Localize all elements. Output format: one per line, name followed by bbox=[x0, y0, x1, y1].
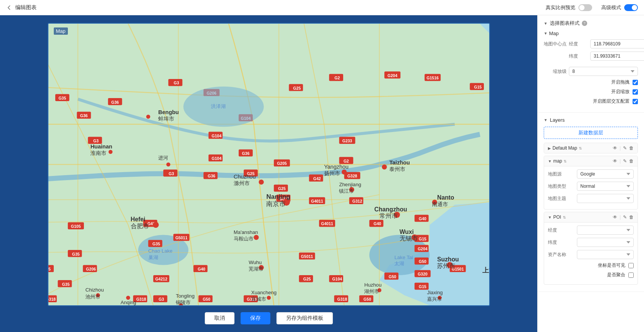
layers-section: ▼ Layers 新建数据层 ▶ Default Map ⇅ 👁 | ✎ bbox=[538, 113, 644, 292]
poi-delete-icon[interactable]: 🗑 bbox=[629, 214, 634, 220]
svg-text:G3: G3 bbox=[158, 297, 164, 301]
map-section-title: Map bbox=[549, 31, 559, 36]
latitude-input[interactable] bbox=[590, 52, 644, 61]
svg-text:G36: G36 bbox=[242, 151, 249, 156]
svg-text:南京市: 南京市 bbox=[266, 200, 286, 208]
svg-text:泰州市: 泰州市 bbox=[389, 166, 405, 172]
svg-text:G318: G318 bbox=[136, 297, 146, 301]
drag-row: 开启拖拽 bbox=[544, 79, 638, 85]
default-map-title-text: Default Map bbox=[552, 145, 577, 151]
svg-point-140 bbox=[153, 222, 159, 228]
advanced-mode-toggle[interactable] bbox=[624, 4, 638, 11]
default-map-edit-icon[interactable]: ✎ bbox=[623, 145, 627, 151]
map-source-label: 地图源 bbox=[548, 171, 575, 177]
map-source-row: 地图源 Google 百度 高德 bbox=[548, 169, 634, 179]
svg-point-134 bbox=[146, 115, 150, 119]
poi-name-select[interactable] bbox=[577, 250, 634, 259]
map-source-select[interactable]: Google 百度 高德 bbox=[577, 169, 634, 179]
svg-text:Huzhou: Huzhou bbox=[364, 282, 381, 288]
svg-text:G50: G50 bbox=[389, 274, 396, 279]
poi-latitude-select[interactable] bbox=[577, 238, 634, 247]
zoom-enable-checkbox[interactable] bbox=[633, 89, 638, 95]
chart-style-header[interactable]: ▼ 选择图表样式 ? bbox=[544, 20, 638, 27]
latitude-label: 纬度 bbox=[569, 53, 588, 60]
poi-eye-icon[interactable]: 👁 bbox=[613, 214, 617, 220]
save-button[interactable]: 保存 bbox=[241, 312, 270, 324]
default-map-actions: 👁 | ✎ 🗑 bbox=[613, 145, 634, 151]
svg-text:G15: G15 bbox=[474, 85, 482, 89]
drag-checkbox[interactable] bbox=[633, 80, 638, 85]
save-as-button[interactable]: 另存为组件模板 bbox=[276, 312, 333, 324]
svg-point-149 bbox=[342, 169, 347, 174]
map-collapse-arrow: ▼ bbox=[544, 31, 548, 35]
map-edit-icon[interactable]: ✎ bbox=[623, 158, 627, 164]
svg-text:滁州市: 滁州市 bbox=[233, 180, 249, 186]
svg-text:G50: G50 bbox=[363, 297, 371, 301]
map-delete-icon[interactable]: 🗑 bbox=[629, 158, 634, 164]
svg-text:G206: G206 bbox=[86, 267, 96, 271]
longitude-row: 经度 bbox=[569, 39, 644, 48]
svg-text:Ma'anshan: Ma'anshan bbox=[233, 229, 258, 235]
drag-label: 开启拖拽 bbox=[611, 79, 630, 85]
map-container[interactable]: G36 G35 G36 G36 G206 G104 G36 G25 bbox=[48, 24, 489, 305]
default-map-eye-icon[interactable]: 👁 bbox=[613, 145, 617, 151]
svg-text:G40: G40 bbox=[373, 221, 381, 226]
svg-text:Suzhou: Suzhou bbox=[437, 256, 459, 263]
zoom-select[interactable]: 8 9 10 11 12 bbox=[569, 67, 638, 76]
back-button[interactable] bbox=[6, 5, 12, 11]
svg-text:G35: G35 bbox=[62, 282, 69, 287]
poi-cluster-checkbox[interactable] bbox=[628, 272, 634, 278]
map-theme-row: 地图主题 bbox=[548, 194, 634, 203]
map-divider1: | bbox=[620, 158, 621, 164]
svg-text:G205: G205 bbox=[277, 161, 287, 166]
poi-title-text: POI bbox=[553, 214, 561, 220]
default-map-delete-icon[interactable]: 🗑 bbox=[629, 145, 634, 151]
svg-text:马鞍山市: 马鞍山市 bbox=[233, 236, 253, 242]
map-type-label: 地图类型 bbox=[548, 183, 575, 190]
map-type-select[interactable]: Normal Satellite Terrain bbox=[577, 182, 634, 191]
svg-text:Lake Tai: Lake Tai bbox=[394, 255, 413, 260]
svg-text:G312: G312 bbox=[352, 199, 362, 203]
svg-text:G320: G320 bbox=[418, 272, 427, 276]
layers-header[interactable]: ▼ Layers bbox=[544, 117, 638, 123]
canvas-area: Map bbox=[0, 15, 537, 332]
svg-text:Wuxi: Wuxi bbox=[399, 229, 413, 235]
map-theme-select[interactable] bbox=[577, 194, 634, 203]
top-bar-right: 真实比例预览 高级模式 bbox=[546, 4, 638, 11]
realist-preview-toggle[interactable] bbox=[578, 4, 592, 11]
map-layer-title: ▼ map ⇅ bbox=[548, 158, 567, 164]
zoom-label: 缩放级 bbox=[544, 68, 567, 75]
svg-text:Wuhu: Wuhu bbox=[249, 259, 262, 265]
layer-interaction-row: 开启图层交互配置 bbox=[544, 98, 638, 105]
poi-edit-icon[interactable]: ✎ bbox=[623, 214, 627, 220]
map-subsection: ▼ Map 地图中心点 经度 纬度 bbox=[544, 31, 638, 105]
poi-layer-header[interactable]: ▼ POI ⇅ 👁 | ✎ 🗑 bbox=[544, 212, 638, 222]
svg-text:宣城市: 宣城市 bbox=[251, 296, 266, 302]
poi-name-row: 资产名称 bbox=[548, 250, 634, 259]
svg-text:嘉兴市: 嘉兴市 bbox=[427, 296, 442, 302]
poi-layer-title: ▼ POI ⇅ bbox=[548, 214, 566, 220]
map-eye-icon[interactable]: 👁 bbox=[613, 158, 617, 164]
new-layer-button[interactable]: 新建数据层 bbox=[544, 127, 638, 139]
cancel-button[interactable]: 取消 bbox=[205, 312, 234, 324]
help-icon[interactable]: ? bbox=[582, 21, 587, 26]
poi-cluster-row: 是否聚合 bbox=[548, 272, 634, 278]
svg-text:G2: G2 bbox=[334, 76, 340, 80]
top-bar: 编辑图表 真实比例预览 高级模式 bbox=[0, 0, 644, 15]
map-layer-header[interactable]: ▼ map ⇅ 👁 | ✎ 🗑 bbox=[544, 156, 638, 166]
poi-longitude-label: 经度 bbox=[548, 227, 575, 234]
default-map-layer-header[interactable]: ▶ Default Map ⇅ 👁 | ✎ 🗑 bbox=[544, 143, 638, 153]
map-subsection-left[interactable]: ▼ Map bbox=[544, 31, 559, 36]
longitude-input[interactable] bbox=[590, 39, 644, 48]
svg-text:G318: G318 bbox=[337, 297, 347, 301]
poi-visible-checkbox[interactable] bbox=[628, 263, 634, 268]
page-title: 编辑图表 bbox=[15, 4, 37, 11]
layer-interaction-checkbox[interactable] bbox=[633, 99, 638, 104]
svg-text:苏州市: 苏州市 bbox=[437, 263, 455, 269]
poi-longitude-select[interactable] bbox=[577, 226, 634, 235]
svg-point-197 bbox=[126, 296, 130, 300]
svg-text:G3: G3 bbox=[169, 171, 174, 176]
layer-interaction-label: 开启图层交互配置 bbox=[593, 98, 630, 105]
zoom-level-row: 缩放级 8 9 10 11 12 bbox=[544, 67, 638, 76]
svg-text:G25: G25 bbox=[278, 186, 286, 191]
